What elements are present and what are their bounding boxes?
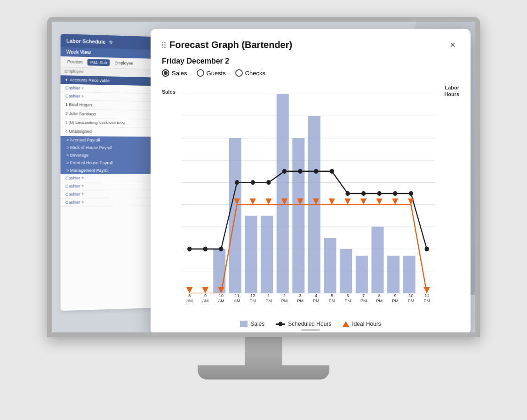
bg-tab-employee[interactable]: Employee [112,59,136,66]
sch-dot-7 [298,169,302,174]
bg-emp-4: 4 Unassigned [65,129,92,134]
sch-dot-9 [330,169,334,174]
radio-guests[interactable]: Guests [197,69,226,77]
sch-dot-8 [314,169,318,174]
legend-sales: Sales [240,321,264,327]
dialog-title-area: Forecast Graph (Bartender) [162,40,292,50]
y-axis-left-label: Sales [162,89,176,95]
x-label-9pm: 9PM [392,293,399,304]
x-label-11pm: 11PM [423,293,430,304]
scheduled-hours-line [190,171,427,249]
forecast-graph-dialog: Forecast Graph (Bartender) × Friday Dece… [151,29,471,332]
bar-12pm [245,216,257,293]
x-label-5pm: 5PM [329,293,335,304]
monitor-stand-base [198,365,329,380]
bar-9pm [387,256,399,293]
y-axis-right-label: LaborHours [444,84,459,98]
bg-section-accounts-label: Accounts Receivable [70,78,110,83]
radio-guests-label: Guests [207,70,226,77]
legend-dot-icon [279,322,283,326]
bar-10pm [403,256,415,293]
bar-7pm [356,256,368,293]
x-label-6pm: 6PM [344,293,351,304]
ideal-tri-9 [329,198,335,204]
chevron-down-icon: ▾ [65,77,68,82]
monitor-stand-neck [245,337,282,365]
x-label-4pm: 4PM [313,293,319,304]
ideal-tri-15 [424,287,430,293]
dialog-date: Friday December 2 [162,57,459,65]
radio-checks[interactable]: Checks [235,69,265,77]
legend-line-icon [276,323,285,325]
legend-ideal-label: Ideal Hours [352,321,381,327]
sch-dot-12 [377,191,382,196]
chart-legend: Sales Scheduled Hours Ideal Hours [162,317,459,327]
x-label-8pm: 8PM [376,293,383,304]
ideal-tri-4 [250,198,256,204]
radio-checks-label: Checks [245,70,265,77]
sch-dot-4 [251,180,255,185]
ideal-tri-12 [376,198,383,204]
sch-dot-14 [409,191,413,196]
bar-2pm [277,94,289,293]
bar-8pm [372,227,384,293]
sch-dot-1 [203,247,208,251]
radio-sales-label: Sales [172,70,187,77]
dialog-title: Forecast Graph (Bartender) [169,40,292,50]
sch-dot-0 [187,247,192,251]
sch-dot-3 [235,180,239,185]
sch-dot-13 [393,191,397,196]
col-employee: Employee [64,69,84,74]
radio-group: Sales Guests Checks [162,69,459,77]
sch-dot-11 [361,191,366,196]
ideal-tri-1 [202,287,208,293]
bar-10am [213,249,225,293]
legend-scheduled-hours: Scheduled Hours [276,321,331,327]
close-button[interactable]: × [446,38,459,51]
dialog-drag-handle[interactable] [301,329,320,331]
x-label-7pm: 7PM [360,293,367,304]
x-label-8am: 8AM [186,293,193,304]
bar-3pm [292,138,304,293]
bar-1pm [261,216,273,293]
sch-dot-2 [219,247,223,251]
ideal-tri-5 [265,198,271,204]
x-label-3pm: 3PM [297,293,303,304]
bg-tab-plsub[interactable]: P&L Sub [88,59,110,66]
sch-dot-10 [345,191,350,196]
radio-sales[interactable]: Sales [162,69,187,77]
monitor-wrapper: Labor Schedule ☆ Week View Position P&L … [28,17,499,403]
star-icon: ☆ [109,40,113,45]
bg-emp-3: 3 (M) LieuLotofong/NickName KalyL... [65,121,129,126]
sch-dot-5 [266,180,271,185]
radio-sales-inner [164,71,168,75]
ideal-tri-11 [360,198,367,204]
bg-tab-position[interactable]: Position [64,58,86,65]
legend-triangle-icon [343,321,349,327]
legend-sales-label: Sales [250,321,264,327]
bar-6pm [340,249,352,293]
radio-checks-circle [235,69,243,77]
legend-ideal-hours: Ideal Hours [343,321,381,327]
ideal-tri-13 [392,198,398,204]
x-label-11am: 11AM [234,293,240,304]
sch-dot-6 [282,169,287,174]
radio-sales-circle [162,69,169,77]
ideal-tri-10 [344,198,351,204]
x-label-12pm: 12PM [250,293,256,304]
bg-panel-title: Labor Schedule [66,38,106,45]
bg-emp-2: 2 Julie Santiago [65,111,96,116]
screen-inner: Labor Schedule ☆ Week View Position P&L … [52,22,475,332]
sch-dot-15 [424,247,429,251]
bg-emp-1: 1 Brad Hogan [65,102,92,107]
x-label-9am: 9AM [202,293,209,304]
radio-guests-circle [197,69,204,77]
ideal-tri-0 [186,287,192,293]
bar-5pm [324,238,336,293]
legend-bar-icon [240,321,248,327]
x-label-10pm: 10PM [408,293,415,304]
x-axis-labels: 8AM 9AM 10AM 11AM 12PM 1PM 2PM 3PM 4PM 5… [182,293,435,304]
chart-svg: 4500 4000 3500 3000 2500 2000 1500 1000 … [182,94,435,293]
dialog-header: Forecast Graph (Bartender) × [162,38,459,51]
legend-scheduled-label: Scheduled Hours [288,321,331,327]
